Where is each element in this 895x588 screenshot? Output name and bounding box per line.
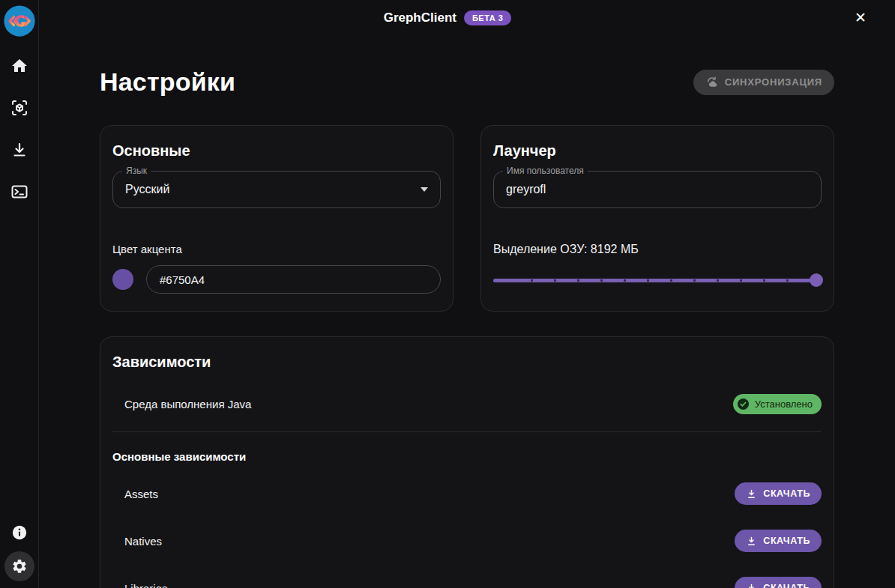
dependencies-card-title: Зависимости xyxy=(112,354,822,371)
dependencies-subtitle: Основные зависимости xyxy=(112,450,822,463)
page-header: Настройки СИНХРОНИЗАЦИЯ xyxy=(100,67,834,97)
app-logo-icon[interactable] xyxy=(3,4,36,37)
java-runtime-label: Среда выполнения Java xyxy=(124,398,251,410)
download-button-label: СКАЧАТЬ xyxy=(763,488,810,499)
sidebar-item-settings[interactable] xyxy=(4,551,34,581)
sidebar-item-versions[interactable] xyxy=(10,99,28,117)
java-runtime-row: Среда выполнения Java Установлено xyxy=(112,387,822,420)
home-icon xyxy=(10,57,28,75)
username-field[interactable]: Имя пользователя greyrofl xyxy=(493,171,822,208)
accent-color-input[interactable]: #6750A4 xyxy=(146,265,441,294)
language-select-label: Язык xyxy=(122,166,151,177)
title-bar: GrephClient БЕТА 3 xyxy=(0,0,895,36)
settings-page: Настройки СИНХРОНИЗАЦИЯ Основные Язык xyxy=(39,0,895,588)
ram-slider[interactable] xyxy=(493,273,822,287)
settings-cards-row: Основные Язык Русский Цвет акцента #6750… xyxy=(100,125,834,312)
page-title: Настройки xyxy=(100,67,235,97)
dependency-name: Natives xyxy=(124,535,162,548)
ram-slider-track[interactable] xyxy=(493,279,822,282)
ram-allocation-label: Выделение ОЗУ: 8192 МБ xyxy=(493,243,822,256)
accent-color-swatch[interactable] xyxy=(112,269,133,290)
username-field-value: greyrofl xyxy=(506,183,546,196)
general-card-title: Основные xyxy=(112,142,441,160)
download-icon xyxy=(746,536,757,547)
status-badge-label: Установлено xyxy=(755,398,813,410)
ram-slider-thumb[interactable] xyxy=(810,273,823,287)
sidebar-item-console[interactable] xyxy=(10,183,28,201)
cube-scan-icon xyxy=(10,99,28,117)
sidebar-nav xyxy=(10,57,28,201)
username-field-label: Имя пользователя xyxy=(503,166,588,177)
sidebar-item-about[interactable] xyxy=(11,524,28,541)
sidebar-item-home[interactable] xyxy=(10,57,28,75)
dependency-row-assets: Assets СКАЧАТЬ xyxy=(112,477,822,510)
info-icon xyxy=(11,524,28,541)
download-button-label: СКАЧАТЬ xyxy=(763,536,810,546)
download-icon xyxy=(10,141,28,159)
language-select[interactable]: Язык Русский xyxy=(112,171,441,208)
download-icon xyxy=(746,488,757,500)
gear-icon xyxy=(11,558,28,575)
download-button-label: СКАЧАТЬ xyxy=(763,583,810,588)
dependency-row-libraries: Libraries СКАЧАТЬ xyxy=(112,572,822,588)
launcher-card-title: Лаунчер xyxy=(493,142,822,160)
cloud-sync-icon xyxy=(705,76,719,89)
sync-button[interactable]: СИНХРОНИЗАЦИЯ xyxy=(693,70,834,95)
language-select-value: Русский xyxy=(125,183,169,196)
download-natives-button[interactable]: СКАЧАТЬ xyxy=(735,530,822,552)
accent-color-label: Цвет акцента xyxy=(112,243,441,255)
sidebar xyxy=(0,0,39,588)
status-badge: Установлено xyxy=(733,394,822,414)
general-card: Основные Язык Русский Цвет акцента #6750… xyxy=(100,125,453,312)
download-assets-button[interactable]: СКАЧАТЬ xyxy=(735,482,822,505)
sidebar-item-downloads[interactable] xyxy=(10,141,28,159)
sidebar-bottom xyxy=(4,524,34,581)
beta-badge: БЕТА 3 xyxy=(464,10,511,25)
sync-button-label: СИНХРОНИЗАЦИЯ xyxy=(725,76,822,88)
download-icon xyxy=(746,583,757,588)
terminal-icon xyxy=(10,183,28,201)
app-title: GrephClient xyxy=(384,10,456,25)
download-libraries-button[interactable]: СКАЧАТЬ xyxy=(735,577,822,588)
check-circle-icon xyxy=(736,397,750,411)
ram-slider-ticks xyxy=(510,279,811,282)
accent-color-row: #6750A4 xyxy=(112,265,441,294)
launcher-card: Лаунчер Имя пользователя greyrofl Выделе… xyxy=(480,125,834,312)
dependency-row-natives: Natives СКАЧАТЬ xyxy=(112,524,822,557)
dependency-name: Libraries xyxy=(124,582,168,588)
divider xyxy=(112,431,822,432)
app-window: GrephClient БЕТА 3 ✕ Настройки СИНХРОНИЗ… xyxy=(0,0,895,588)
dependency-name: Assets xyxy=(124,488,158,500)
dependencies-card: Зависимости Среда выполнения Java Устано… xyxy=(100,336,834,588)
chevron-down-icon xyxy=(421,187,428,192)
